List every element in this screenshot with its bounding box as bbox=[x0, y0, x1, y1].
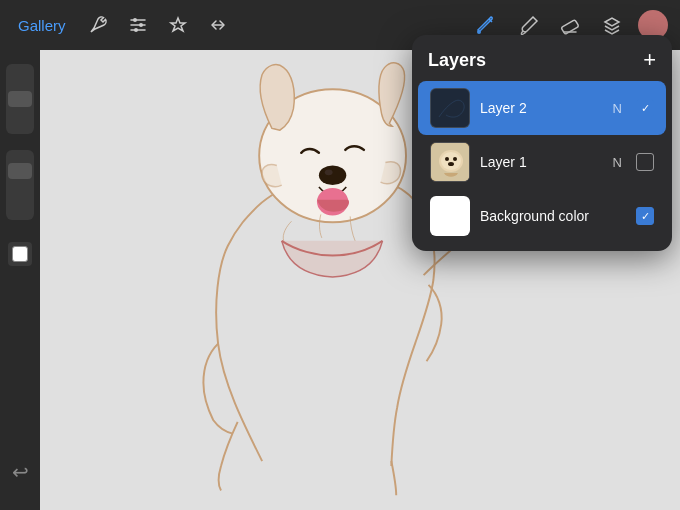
svg-point-17 bbox=[453, 157, 457, 161]
size-slider-handle[interactable] bbox=[8, 163, 32, 179]
svg-point-18 bbox=[448, 162, 454, 166]
opacity-slider[interactable] bbox=[6, 64, 34, 134]
svg-point-2 bbox=[134, 28, 138, 32]
layer-1-mode: N bbox=[613, 155, 622, 170]
transform-icon[interactable] bbox=[202, 9, 234, 41]
svg-point-16 bbox=[445, 157, 449, 161]
layer-item-2[interactable]: Layer 2 N bbox=[418, 81, 666, 135]
undo-button[interactable]: ↩ bbox=[12, 460, 29, 484]
layer-2-name: Layer 2 bbox=[480, 100, 603, 116]
svg-point-15 bbox=[441, 152, 461, 170]
svg-rect-12 bbox=[431, 89, 469, 127]
selection-icon[interactable] bbox=[162, 9, 194, 41]
svg-point-4 bbox=[477, 30, 481, 34]
layer-1-visibility[interactable] bbox=[636, 153, 654, 171]
layers-header: Layers + bbox=[412, 35, 672, 81]
svg-point-10 bbox=[325, 169, 333, 175]
layer-2-mode: N bbox=[613, 101, 622, 116]
toolbar-left: Gallery bbox=[12, 9, 234, 41]
layer-item-1[interactable]: Layer 1 N bbox=[418, 135, 666, 189]
svg-point-1 bbox=[139, 23, 143, 27]
size-slider[interactable] bbox=[6, 150, 34, 220]
background-color-label: Background color bbox=[480, 208, 626, 224]
layer-1-thumbnail bbox=[430, 142, 470, 182]
gallery-button[interactable]: Gallery bbox=[12, 13, 72, 38]
layer-2-visibility[interactable] bbox=[636, 99, 654, 117]
adjustments-icon[interactable] bbox=[122, 9, 154, 41]
color-swatch-icon[interactable] bbox=[8, 242, 32, 266]
toolbar-icons-left bbox=[82, 9, 234, 41]
svg-point-9 bbox=[319, 165, 346, 185]
add-layer-button[interactable]: + bbox=[643, 49, 656, 71]
background-color-swatch bbox=[430, 196, 470, 236]
layer-2-thumbnail bbox=[430, 88, 470, 128]
left-sidebar: ↩ bbox=[0, 50, 40, 510]
wrench-icon[interactable] bbox=[82, 9, 114, 41]
layer-1-name: Layer 1 bbox=[480, 154, 603, 170]
layers-panel: Layers + Layer 2 N bbox=[412, 35, 672, 251]
layers-title: Layers bbox=[428, 50, 486, 71]
background-visibility[interactable] bbox=[636, 207, 654, 225]
svg-point-0 bbox=[133, 18, 137, 22]
background-color-row[interactable]: Background color bbox=[418, 189, 666, 243]
opacity-slider-handle[interactable] bbox=[8, 91, 32, 107]
